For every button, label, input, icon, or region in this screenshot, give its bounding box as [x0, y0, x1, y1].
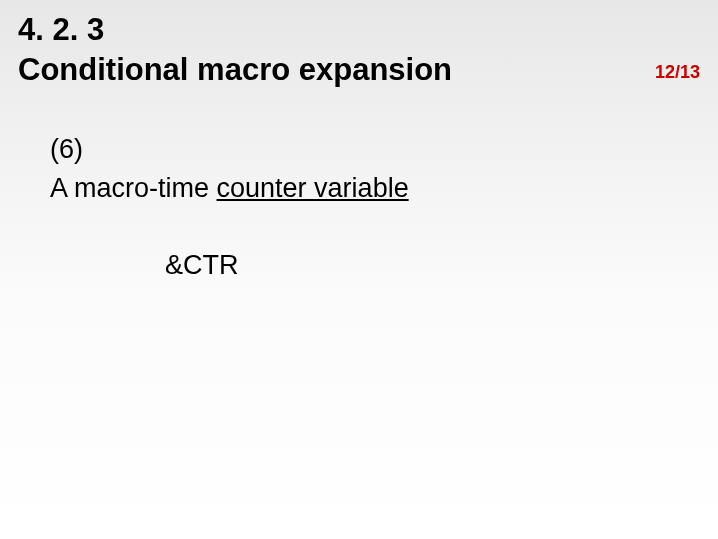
slide-title: Conditional macro expansion — [18, 52, 452, 87]
page-indicator: 12/13 — [655, 62, 700, 83]
variable-name: &CTR — [165, 246, 409, 285]
desc-underlined: counter variable — [217, 173, 409, 203]
slide-heading: 4. 2. 3 Conditional macro expansion — [18, 10, 452, 91]
desc-prefix: A macro-time — [50, 173, 217, 203]
item-label: (6) — [50, 130, 409, 169]
slide: 4. 2. 3 Conditional macro expansion 12/1… — [0, 0, 718, 539]
item-description: A macro-time counter variable — [50, 169, 409, 208]
section-number: 4. 2. 3 — [18, 12, 104, 47]
slide-body: (6) A macro-time counter variable &CTR — [50, 130, 409, 285]
